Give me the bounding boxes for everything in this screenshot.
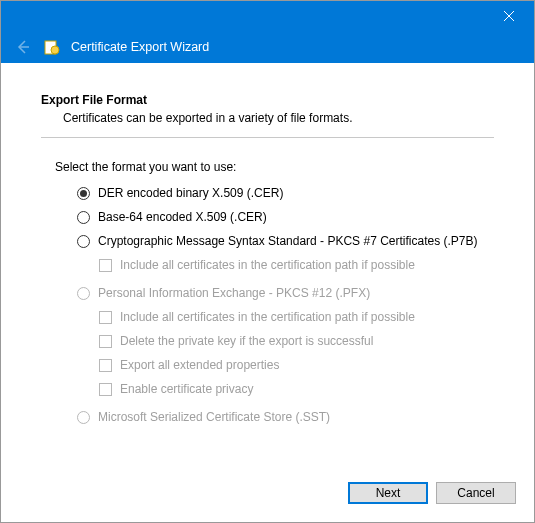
radio-label: Cryptographic Message Syntax Standard - … bbox=[98, 234, 478, 248]
svg-point-4 bbox=[51, 46, 59, 54]
radio-label: DER encoded binary X.509 (.CER) bbox=[98, 186, 283, 200]
certificate-icon bbox=[43, 38, 61, 56]
page-subheading: Certificates can be exported in a variet… bbox=[63, 111, 494, 125]
radio-pfx: Personal Information Exchange - PKCS #12… bbox=[77, 286, 494, 300]
checkbox-icon bbox=[99, 311, 112, 324]
check-pfx-cert-privacy: Enable certificate privacy bbox=[99, 382, 494, 396]
page-heading: Export File Format bbox=[41, 93, 494, 107]
check-pkcs7-include-chain: Include all certificates in the certific… bbox=[99, 258, 494, 272]
divider bbox=[41, 137, 494, 138]
radio-icon bbox=[77, 235, 90, 248]
radio-label: Base-64 encoded X.509 (.CER) bbox=[98, 210, 267, 224]
wizard-content: Export File Format Certificates can be e… bbox=[1, 63, 534, 474]
checkbox-label: Delete the private key if the export is … bbox=[120, 334, 373, 348]
radio-der[interactable]: DER encoded binary X.509 (.CER) bbox=[77, 186, 494, 200]
cancel-button[interactable]: Cancel bbox=[436, 482, 516, 504]
wizard-title: Certificate Export Wizard bbox=[71, 40, 209, 54]
wizard-footer: Next Cancel bbox=[1, 474, 534, 522]
close-icon bbox=[504, 11, 514, 21]
next-button[interactable]: Next bbox=[348, 482, 428, 504]
wizard-header: Certificate Export Wizard bbox=[1, 31, 534, 63]
radio-pkcs7[interactable]: Cryptographic Message Syntax Standard - … bbox=[77, 234, 494, 248]
checkbox-label: Include all certificates in the certific… bbox=[120, 310, 415, 324]
radio-icon bbox=[77, 287, 90, 300]
format-options: DER encoded binary X.509 (.CER) Base-64 … bbox=[77, 186, 494, 424]
format-prompt: Select the format you want to use: bbox=[55, 160, 494, 174]
checkbox-icon bbox=[99, 359, 112, 372]
radio-icon bbox=[77, 187, 90, 200]
titlebar bbox=[1, 1, 534, 31]
checkbox-icon bbox=[99, 335, 112, 348]
radio-icon bbox=[77, 211, 90, 224]
checkbox-icon bbox=[99, 259, 112, 272]
close-button[interactable] bbox=[492, 1, 526, 31]
back-button[interactable] bbox=[13, 37, 33, 57]
checkbox-label: Include all certificates in the certific… bbox=[120, 258, 415, 272]
checkbox-icon bbox=[99, 383, 112, 396]
check-pfx-export-ext: Export all extended properties bbox=[99, 358, 494, 372]
radio-label: Personal Information Exchange - PKCS #12… bbox=[98, 286, 370, 300]
back-arrow-icon bbox=[15, 39, 31, 55]
radio-label: Microsoft Serialized Certificate Store (… bbox=[98, 410, 330, 424]
radio-icon bbox=[77, 411, 90, 424]
radio-base64[interactable]: Base-64 encoded X.509 (.CER) bbox=[77, 210, 494, 224]
checkbox-label: Enable certificate privacy bbox=[120, 382, 253, 396]
radio-sst: Microsoft Serialized Certificate Store (… bbox=[77, 410, 494, 424]
checkbox-label: Export all extended properties bbox=[120, 358, 279, 372]
check-pfx-include-chain: Include all certificates in the certific… bbox=[99, 310, 494, 324]
check-pfx-delete-key: Delete the private key if the export is … bbox=[99, 334, 494, 348]
